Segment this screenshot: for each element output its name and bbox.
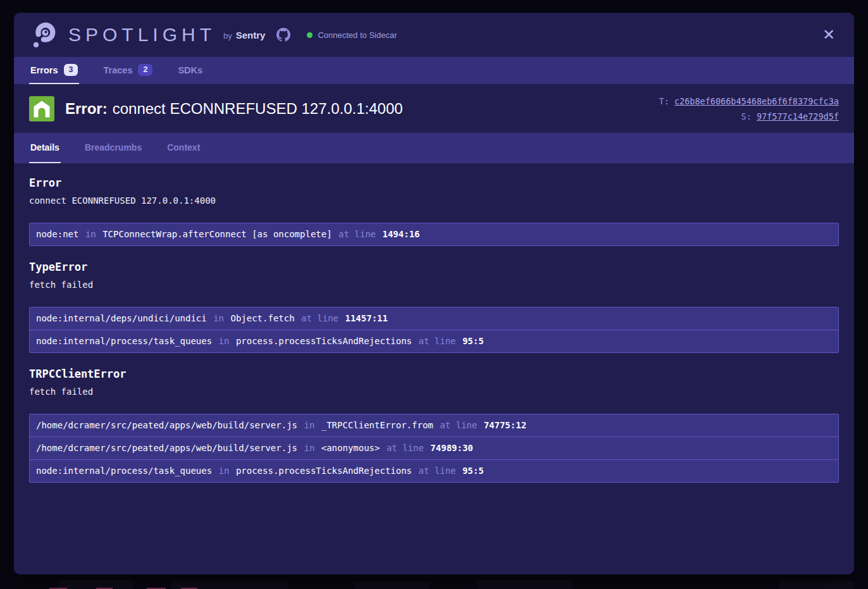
- frame-module: /home/dcramer/src/peated/apps/web/build/…: [36, 443, 297, 453]
- stack-frame-row[interactable]: node:net in TCPConnectWrap.afterConnect …: [30, 223, 838, 245]
- event-level-label: Error:: [65, 100, 108, 117]
- connection-status: Connected to Sidecar: [307, 30, 397, 40]
- error-details-content: Error connect ECONNREFUSED 127.0.0.1:400…: [14, 163, 854, 574]
- stack-frame-row[interactable]: /home/dcramer/src/peated/apps/web/build/…: [30, 414, 838, 437]
- frame-at-line-label: at line: [300, 313, 340, 323]
- event-title-text: connect ECONNREFUSED 127.0.0.1:4000: [113, 100, 403, 117]
- tab-details[interactable]: Details: [29, 133, 61, 163]
- tab-breadcrumbs[interactable]: Breadcrumbs: [84, 133, 143, 163]
- tab-sdks[interactable]: SDKs: [177, 57, 204, 84]
- frame-line-number: 11457:11: [345, 313, 388, 323]
- frame-in-label: in: [218, 466, 231, 476]
- trace-id-link[interactable]: c26b8ef6066b45468eb6f6f8379cfc3a: [674, 96, 839, 106]
- node-platform-icon: [29, 96, 54, 121]
- stack-frame-list: node:internal/deps/undici/undici in Obje…: [29, 307, 839, 353]
- byline: by Sentry: [223, 30, 265, 40]
- frame-module: node:internal/process/task_queues: [36, 466, 212, 476]
- frame-line-number: 95:5: [462, 466, 484, 476]
- stack-frame-list: node:net in TCPConnectWrap.afterConnect …: [29, 223, 839, 246]
- span-id-link[interactable]: 97f577c14e729d5f: [757, 111, 839, 121]
- connected-dot-icon: [307, 32, 313, 38]
- frame-line-number: 74989:30: [430, 443, 473, 453]
- tab-sdks-label: SDKs: [178, 65, 202, 75]
- tab-context[interactable]: Context: [166, 133, 201, 163]
- detail-tab-bar: Details Breadcrumbs Context: [14, 133, 854, 163]
- frame-line-number: 74775:12: [484, 420, 526, 430]
- error-section: TRPCClientError fetch failed /home/dcram…: [29, 368, 839, 483]
- frame-in-label: in: [302, 443, 316, 453]
- span-id-row: S: 97f577c14e729d5f: [659, 109, 840, 124]
- error-section: TypeError fetch failed node:internal/dep…: [29, 261, 839, 353]
- frame-function: Object.fetch: [230, 313, 294, 323]
- error-message: fetch failed: [29, 280, 839, 290]
- tab-errors-label: Errors: [30, 65, 58, 75]
- span-id-label: S:: [741, 111, 752, 121]
- app-header: SPOTLIGHT by Sentry Connected to Sidecar…: [14, 13, 854, 57]
- frame-at-line-label: at line: [417, 466, 457, 476]
- frame-function: <anonymous>: [321, 443, 380, 453]
- error-type-heading: TypeError: [29, 261, 839, 273]
- background-artifact: [778, 581, 854, 589]
- error-section: Error connect ECONNREFUSED 127.0.0.1:400…: [29, 177, 839, 246]
- frame-function: TCPConnectWrap.afterConnect [as oncomple…: [102, 229, 332, 239]
- traces-count-badge: 2: [138, 64, 152, 76]
- frame-at-line-label: at line: [438, 420, 478, 430]
- frame-in-label: in: [212, 313, 225, 323]
- frame-at-line-label: at line: [385, 443, 425, 453]
- stack-frame-row[interactable]: /home/dcramer/src/peated/apps/web/build/…: [30, 437, 838, 459]
- errors-count-badge: 3: [64, 64, 78, 76]
- main-tab-bar: Errors 3 Traces 2 SDKs: [14, 57, 854, 84]
- error-type-heading: Error: [29, 177, 839, 189]
- event-title: Error:connect ECONNREFUSED 127.0.0.1:400…: [65, 100, 659, 118]
- tab-errors[interactable]: Errors 3: [29, 57, 79, 84]
- spotlight-logo-icon: [29, 20, 58, 49]
- frame-in-label: in: [218, 336, 231, 346]
- frame-at-line-label: at line: [337, 229, 377, 239]
- trace-id-label: T:: [659, 96, 669, 106]
- connection-status-label: Connected to Sidecar: [318, 30, 397, 40]
- background-artifact: [354, 581, 430, 589]
- stack-frame-row[interactable]: node:internal/process/task_queues in pro…: [30, 459, 838, 482]
- frame-function: _TRPCClientError.from: [321, 420, 433, 430]
- trace-id-row: T: c26b8ef6066b45468eb6f6f8379cfc3a: [659, 94, 840, 109]
- close-button[interactable]: ✕: [819, 25, 839, 45]
- spotlight-overlay-panel: SPOTLIGHT by Sentry Connected to Sidecar…: [14, 13, 854, 574]
- event-ids: T: c26b8ef6066b45468eb6f6f8379cfc3a S: 9…: [659, 94, 840, 124]
- github-icon[interactable]: [276, 28, 290, 42]
- frame-line-number: 95:5: [462, 336, 484, 346]
- tab-traces[interactable]: Traces 2: [102, 57, 154, 84]
- frame-module: node:internal/process/task_queues: [36, 336, 212, 346]
- stack-frame-row[interactable]: node:internal/deps/undici/undici in Obje…: [30, 307, 838, 330]
- frame-at-line-label: at line: [417, 336, 457, 346]
- app-title: SPOTLIGHT: [68, 24, 216, 46]
- error-message: connect ECONNREFUSED 127.0.0.1:4000: [29, 195, 839, 206]
- frame-function: process.processTicksAndRejections: [236, 466, 412, 476]
- tab-traces-label: Traces: [103, 65, 132, 75]
- error-type-heading: TRPCClientError: [29, 368, 839, 380]
- byline-prefix: by: [223, 31, 232, 40]
- sentry-brand: Sentry: [236, 30, 266, 40]
- frame-module: node:internal/deps/undici/undici: [36, 313, 207, 323]
- background-artifact: [478, 580, 573, 589]
- frame-function: process.processTicksAndRejections: [236, 336, 412, 346]
- event-header: Error:connect ECONNREFUSED 127.0.0.1:400…: [14, 84, 854, 133]
- frame-in-label: in: [302, 420, 316, 430]
- stack-frame-row[interactable]: node:internal/process/task_queues in pro…: [30, 330, 838, 352]
- stack-frame-list: /home/dcramer/src/peated/apps/web/build/…: [29, 414, 839, 483]
- frame-in-label: in: [84, 229, 97, 239]
- error-message: fetch failed: [29, 387, 839, 397]
- frame-module: node:net: [36, 229, 78, 239]
- frame-line-number: 1494:16: [383, 229, 420, 239]
- frame-module: /home/dcramer/src/peated/apps/web/build/…: [36, 420, 297, 430]
